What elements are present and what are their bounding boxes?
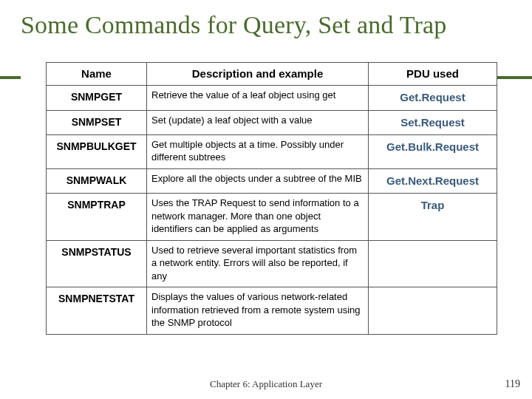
cell-desc: Get multiple objects at a time. Possibly…	[147, 134, 369, 168]
commands-table: Name Description and example PDU used SN…	[46, 62, 497, 335]
cell-pdu: Trap	[369, 194, 497, 241]
cell-pdu	[369, 287, 497, 335]
table-header-row: Name Description and example PDU used	[47, 63, 497, 86]
cell-pdu: Get.Request	[369, 86, 497, 110]
table-row: SNMPWALK Explore all the objects under a…	[47, 168, 497, 193]
header-desc: Description and example	[147, 63, 369, 86]
table-row: SNMPGET Retrieve the value of a leaf obj…	[47, 86, 497, 110]
cell-name: SNMPBULKGET	[47, 134, 147, 168]
cell-pdu: Get.Next.Request	[369, 168, 497, 193]
table-row: SNMPSTATUS Used to retrieve several impo…	[47, 240, 497, 287]
table-row: SNMPSET Set (update) a leaf object with …	[47, 110, 497, 134]
cell-pdu	[369, 240, 497, 287]
cell-desc: Uses the TRAP Request to send informatio…	[147, 194, 369, 241]
cell-desc: Retrieve the value of a leaf object usin…	[147, 86, 369, 110]
table-row: SNMPBULKGET Get multiple objects at a ti…	[47, 134, 497, 168]
cell-name: SNMPSET	[47, 110, 147, 134]
cell-name: SNMPSTATUS	[47, 240, 147, 287]
header-name: Name	[47, 63, 147, 86]
cell-name: SNMPTRAP	[47, 194, 147, 241]
cell-name: SNMPWALK	[47, 168, 147, 193]
slide: Some Commands for Query, Set and Trap Na…	[0, 0, 532, 399]
cell-desc: Displays the values of various network-r…	[147, 287, 369, 335]
title-underline-left	[0, 76, 21, 79]
commands-table-wrap: Name Description and example PDU used SN…	[46, 62, 497, 335]
page-number: 119	[505, 378, 520, 390]
table-row: SNMPTRAP Uses the TRAP Request to send i…	[47, 194, 497, 241]
slide-title: Some Commands for Query, Set and Trap	[21, 10, 516, 39]
cell-desc: Explore all the objects under a subtree …	[147, 168, 369, 193]
cell-desc: Used to retrieve several important stati…	[147, 240, 369, 287]
cell-desc: Set (update) a leaf object with a value	[147, 110, 369, 134]
header-pdu: PDU used	[369, 63, 497, 86]
cell-pdu: Set.Request	[369, 110, 497, 134]
cell-name: SNMPGET	[47, 86, 147, 110]
cell-pdu: Get.Bulk.Request	[369, 134, 497, 168]
cell-name: SNMPNETSTAT	[47, 287, 147, 335]
footer-chapter: Chapter 6: Application Layer	[0, 378, 532, 390]
table-row: SNMPNETSTAT Displays the values of vario…	[47, 287, 497, 335]
